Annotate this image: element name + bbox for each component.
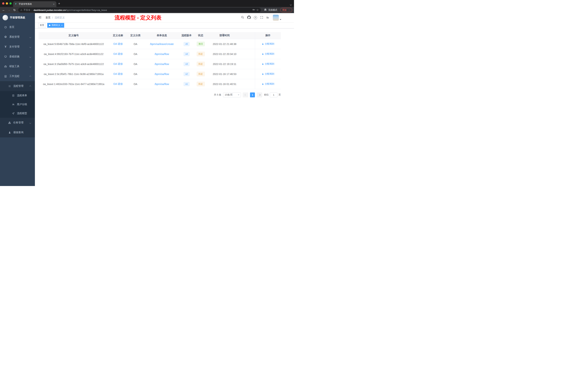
address-bar[interactable]: ⚠ 不安全 | dashboard.yudao.iocoder.cn/bpm/m…	[18, 8, 261, 12]
font-size-icon[interactable]: TT	[266, 16, 269, 19]
table-row: oa_leave:1:482ec033-762a-11ec-8477-a2380…	[39, 79, 281, 89]
active-tag-dot	[49, 25, 50, 26]
hamburger-icon[interactable]	[37, 16, 43, 20]
window-minimize-button[interactable]	[6, 2, 8, 5]
app: 芋道管理系统 首页 ⚙ 系统管理 ¥ 支付管理	[0, 13, 294, 186]
sidebar-item-home[interactable]: 首页	[0, 22, 35, 32]
definition-name-link[interactable]: OA 请假	[113, 52, 123, 55]
chevron-up-icon	[30, 85, 31, 88]
next-page-button[interactable]	[257, 92, 262, 97]
sidebar-item-process-management[interactable]: 流程管理	[0, 81, 35, 91]
update-label: 更新	[282, 9, 287, 12]
tab-search-chevron-icon[interactable]	[290, 3, 292, 6]
user-avatar[interactable]	[273, 15, 279, 21]
form-link[interactable]: /bpm/oa/flow	[155, 63, 169, 66]
browser-tab[interactable]: 芋道管理系统 ×	[13, 1, 56, 7]
tab-close-icon[interactable]: ×	[53, 3, 54, 6]
chevron-down-icon	[30, 121, 31, 124]
definition-name-link[interactable]: OA 请假	[113, 82, 123, 85]
breadcrumb-separator: /	[52, 16, 53, 19]
tag-close-icon[interactable]: ×	[61, 24, 63, 27]
form-link[interactable]: /bpm/oa/flow	[155, 53, 169, 55]
definition-name-link[interactable]: OA 请假	[113, 42, 123, 45]
navbar-actions: ? TT	[241, 15, 281, 21]
form-link[interactable]: /bpm/oa/flow	[155, 73, 169, 76]
definition-table: 定义编号 定义名称 定义分类 表单信息 流程版本 状态 部署时间 操作	[39, 32, 281, 89]
help-icon[interactable]: ?	[254, 16, 257, 19]
person-icon	[262, 83, 264, 85]
fullscreen-icon[interactable]	[260, 16, 263, 20]
github-icon[interactable]	[247, 16, 251, 20]
user-menu[interactable]	[273, 15, 281, 21]
url-text: dashboard.yudao.iocoder.cn/bpm/manager/d…	[33, 8, 107, 12]
window-close-button[interactable]	[2, 2, 4, 5]
filler-cell	[241, 59, 255, 69]
assign-rule-link[interactable]: 分配规则	[262, 82, 274, 86]
new-tab-button[interactable]: +	[58, 1, 60, 6]
incognito-badge: 无痕模式	[263, 8, 278, 12]
breadcrumb-home[interactable]: 首页	[45, 16, 51, 19]
goto-page-input[interactable]	[270, 92, 277, 97]
page-size-select[interactable]: 10条/页	[223, 92, 241, 97]
sidebar-item-leave-query[interactable]: 请假查询	[0, 128, 35, 137]
definition-id: oa_leave:1:482ec033-762a-11ec-8477-a2380…	[39, 79, 109, 89]
page-annotation: 流程模型 - 定义列表	[115, 13, 161, 22]
sidebar-item-dev-tools[interactable]: 研发工具	[0, 62, 35, 71]
browser-url-bar: ← → ↻ ⚠ 不安全 | dashboard.yudao.iocoder.cn…	[0, 7, 294, 13]
definition-name-link[interactable]: OA 请假	[113, 72, 123, 75]
column-header: 流程版本	[180, 32, 193, 39]
sidebar-item-label: 流程管理	[13, 85, 23, 88]
deploy-time: 2022-01-16 01:40:51	[208, 79, 241, 89]
bookmark-star-icon[interactable]: ☆	[256, 8, 259, 12]
sidebar-item-task-management[interactable]: 任务管理	[0, 118, 35, 128]
sidebar-item-payment-management[interactable]: ¥ 支付管理	[0, 42, 35, 52]
sidebar-item-workflow[interactable]: 工作流程	[0, 71, 35, 81]
sidebar-menu: 首页 ⚙ 系统管理 ¥ 支付管理 基础设施	[0, 22, 35, 137]
deploy-time: 2022-01-22 20:34:10	[208, 49, 241, 59]
sidebar-item-system-management[interactable]: ⚙ 系统管理	[0, 32, 35, 42]
app-logo[interactable]: 芋道管理系统	[0, 13, 35, 22]
workflow-icon	[4, 75, 7, 78]
assign-rule-link[interactable]: 分配规则	[262, 52, 274, 55]
assign-rule-link[interactable]: 分配规则	[262, 42, 274, 45]
table-row: oa_leave:5:004b710b-7b8a-11ec-8ef0-acde4…	[39, 39, 281, 49]
search-icon[interactable]	[241, 16, 244, 20]
status-badge: 挂起	[197, 82, 205, 86]
form-link[interactable]: /bpm/oa/leave/create	[150, 43, 174, 45]
sidebar-item-infrastructure[interactable]: 基础设施	[0, 52, 35, 62]
sidebar-item-user-group[interactable]: 用户分组	[0, 100, 35, 109]
prev-page-button[interactable]	[243, 92, 248, 97]
breadcrumb: 首页 / 流程定义	[45, 16, 65, 19]
status-badge: 挂起	[197, 62, 205, 66]
browser-menu-dots-icon[interactable]: ⋮	[288, 9, 290, 11]
update-button[interactable]: 更新 ⋮	[280, 8, 292, 12]
person-icon	[262, 73, 264, 75]
browser-reload-button[interactable]: ↻	[13, 8, 16, 12]
password-key-icon[interactable]	[252, 8, 255, 12]
tag-label: 流程定义	[52, 24, 60, 27]
tag-process-definition[interactable]: 流程定义 ×	[47, 23, 64, 28]
column-header: 定义名称	[109, 32, 127, 39]
security-separator: |	[32, 9, 32, 11]
person-icon	[262, 43, 264, 45]
browser-forward-button[interactable]: →	[7, 8, 11, 12]
security-warning-icon[interactable]: ⚠	[20, 9, 22, 11]
page-number-button[interactable]: 1	[250, 92, 255, 97]
tag-home[interactable]: 首页	[38, 23, 46, 28]
browser-back-button[interactable]: ←	[2, 8, 5, 12]
chevron-left-icon	[244, 94, 246, 96]
assign-rule-link[interactable]: 分配规则	[262, 62, 274, 66]
sidebar-item-process-model[interactable]: 流程模型	[0, 109, 35, 118]
breadcrumb-current: 流程定义	[54, 16, 65, 19]
sidebar-item-label: 流程模型	[17, 112, 27, 115]
sidebar-item-process-form[interactable]: 流程表单	[0, 91, 35, 100]
sidebar-item-label: 首页	[9, 25, 14, 29]
window-zoom-button[interactable]	[10, 2, 12, 5]
definition-name-link[interactable]: OA 请假	[113, 62, 123, 65]
chevron-right-icon	[259, 94, 260, 96]
dev-tools-icon	[4, 65, 7, 68]
sidebar-item-label: 支付管理	[9, 45, 20, 48]
form-link[interactable]: /bpm/oa/flow	[155, 83, 169, 86]
status-badge: 激活	[197, 42, 205, 46]
assign-rule-link[interactable]: 分配规则	[262, 72, 274, 76]
